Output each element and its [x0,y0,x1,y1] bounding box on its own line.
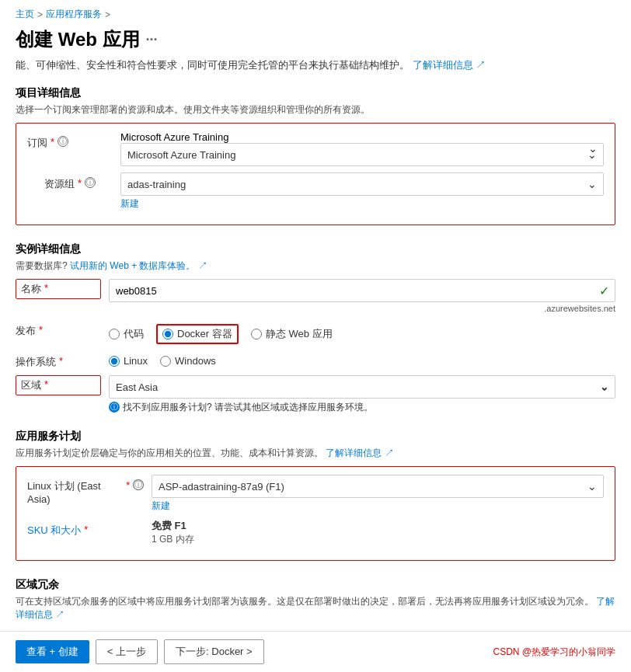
name-input-wrapper: ✓ [109,279,615,302]
instance-details-desc: 需要数据库? 试用新的 Web + 数据库体验。 ↗ [16,259,615,273]
publish-static-label: 静态 Web 应用 [266,327,333,341]
instance-details-section: 实例详细信息 需要数据库? 试用新的 Web + 数据库体验。 ↗ 名称 * ✓… [0,236,631,423]
publish-docker-radio[interactable] [162,329,173,339]
name-suffix: .azurewebsites.net [109,304,615,313]
breadcrumb-sep1: > [37,9,43,20]
publish-control: 代码 Docker 容器 静态 Web 应用 [109,319,615,344]
learn-more-link[interactable]: 了解详细信息 ↗ [413,59,486,71]
plan-learn-more-link[interactable]: 了解详细信息 ↗ [326,447,393,458]
desc-text: 能、可伸缩性、安全性和符合性要求，同时可使用完全托管的平台来执行基础结构维护。 [16,59,410,71]
breadcrumb-sep2: > [105,9,110,20]
region-hint-text: 找不到应用服务计划? 请尝试其他区域或选择应用服务环境。 [123,401,373,414]
region-value: East Asia [116,381,158,393]
subscription-label: 订阅 * ⓘ [27,131,113,150]
bottom-left-buttons: 查看 + 创建 < 上一步 下一步: Docker > [16,639,264,664]
os-linux-option[interactable]: Linux [109,355,148,367]
linux-plan-value: ASP-adastraining-87a9 (F1) [159,481,284,493]
region-label: 区域 * [16,375,101,395]
title-text: 创建 Web 应用 [16,27,140,52]
resource-group-info-icon[interactable]: ⓘ [85,177,96,188]
region-select-display[interactable]: East Asia ⌄ [109,375,615,399]
os-control: Linux Windows [109,350,615,367]
name-label: 名称 * [16,279,101,299]
name-input[interactable] [109,279,615,302]
zone-redundancy-title: 区域冗余 [16,578,615,592]
watermark: CSDN @热爱学习的小翁同学 [493,646,615,659]
os-row: 操作系统 * Linux Windows [16,350,615,369]
subscription-row: 订阅 * ⓘ Microsoft Azure Training Microsof… [27,131,604,166]
subscription-required: * [51,136,54,148]
publish-label: 发布 * [16,319,101,338]
app-service-plan-desc: 应用服务计划定价层确定与你的应用相关的位置、功能、成本和计算资源。 了解详细信息… [16,447,615,460]
os-windows-radio[interactable] [160,356,171,367]
app-service-plan-form: Linux 计划 (East Asia) * ⓘ ASP-adastrainin… [16,466,615,561]
subscription-control: Microsoft Azure Training Microsoft Azure… [120,131,604,166]
region-row: 区域 * East Asia ⌄ ⓘ 找不到应用服务计划? 请尝试其他区域或选择… [16,375,615,414]
resource-group-label: 资源组 * ⓘ [27,172,113,191]
resource-group-value: adas-training [127,179,186,190]
breadcrumb-service[interactable]: 应用程序服务 [46,8,102,21]
breadcrumb-home[interactable]: 主页 [16,8,34,21]
publish-code-label: 代码 [124,327,144,341]
zone-redundancy-desc: 可在支持区域冗余服务的区域中将应用服务计划部署为该服务。这是仅在部署时做出的决定… [16,595,615,622]
project-details-title: 项目详细信息 [16,86,615,100]
page-title: 创建 Web 应用 ··· [0,24,631,58]
linux-plan-control: ASP-adastraining-87a9 (F1) ⌄ 新建 [152,475,604,513]
name-check-icon: ✓ [599,284,609,298]
publish-static-radio[interactable] [251,329,262,339]
os-linux-label: Linux [124,355,148,367]
resource-group-row: 资源组 * ⓘ adas-training ⌄ 新建 [27,172,604,211]
os-windows-option[interactable]: Windows [160,355,216,367]
publish-row: 发布 * 代码 Docker 容器 静态 Web 应用 [16,319,615,344]
linux-plan-select[interactable]: ASP-adastraining-87a9 (F1) ⌄ [152,475,604,498]
publish-code-option[interactable]: 代码 [109,327,144,341]
breadcrumb: 主页 > 应用程序服务 > [0,0,631,24]
sku-control: 免费 F1 1 GB 内存 [152,519,604,546]
publish-static-option[interactable]: 静态 Web 应用 [251,327,333,341]
prev-button[interactable]: < 上一步 [96,639,158,664]
title-menu[interactable]: ··· [146,32,158,48]
page-description: 能、可伸缩性、安全性和符合性要求，同时可使用完全托管的平台来执行基础结构维护。 … [0,58,631,80]
name-control: ✓ .azurewebsites.net [109,279,615,313]
publish-docker-highlight: Docker 容器 [156,324,239,344]
publish-code-radio[interactable] [109,329,120,339]
plan-new-link[interactable]: 新建 [152,500,604,513]
app-service-plan-title: 应用服务计划 [16,430,615,444]
os-linux-radio[interactable] [109,356,120,367]
app-service-plan-section: 应用服务计划 应用服务计划定价层确定与你的应用相关的位置、功能、成本和计算资源。… [0,423,631,572]
region-hint: ⓘ 找不到应用服务计划? 请尝试其他区域或选择应用服务环境。 [109,401,615,414]
subscription-select[interactable]: Microsoft Azure Training [120,131,604,143]
project-details-section: 项目详细信息 选择一个订阅来管理部署的资源和成本。使用文件夹等资源组织和管理你的… [0,80,631,236]
publish-docker-option[interactable]: Docker 容器 [162,327,232,341]
region-select-wrapper: East Asia ⌄ [109,375,615,399]
linux-plan-label: Linux 计划 (East Asia) * ⓘ [27,475,144,505]
publish-radio-group: 代码 Docker 容器 静态 Web 应用 [109,319,615,344]
db-link[interactable]: 试用新的 Web + 数据库体验。 ↗ [70,260,207,271]
resource-group-control: adas-training ⌄ 新建 [120,172,604,211]
resource-group-new-link[interactable]: 新建 [120,197,604,211]
os-radio-group: Linux Windows [109,350,615,367]
subscription-info-icon[interactable]: ⓘ [58,136,68,147]
subscription-value: Microsoft Azure Training [127,149,235,161]
sku-sub: 1 GB 内存 [152,533,604,546]
project-details-form: 订阅 * ⓘ Microsoft Azure Training Microsof… [16,123,615,225]
sku-label: SKU 和大小 * [27,519,144,538]
region-control: East Asia ⌄ ⓘ 找不到应用服务计划? 请尝试其他区域或选择应用服务环… [109,375,615,414]
linux-plan-info-icon[interactable]: ⓘ [133,479,144,490]
linux-plan-row: Linux 计划 (East Asia) * ⓘ ASP-adastrainin… [27,475,604,513]
instance-details-title: 实例详细信息 [16,242,615,256]
project-details-desc: 选择一个订阅来管理部署的资源和成本。使用文件夹等资源组织和管理你的所有资源。 [16,103,615,117]
region-hint-icon: ⓘ [109,402,120,413]
name-row: 名称 * ✓ .azurewebsites.net [16,279,615,313]
sku-value: 免费 F1 [152,519,604,533]
publish-docker-label: Docker 容器 [177,327,232,341]
next-button[interactable]: 下一步: Docker > [164,639,264,664]
bottom-bar: 查看 + 创建 < 上一步 下一步: Docker > CSDN @热爱学习的小… [0,631,631,672]
sku-row: SKU 和大小 * 免费 F1 1 GB 内存 [27,519,604,546]
os-label: 操作系统 * [16,350,101,369]
review-create-button[interactable]: 查看 + 创建 [16,640,89,663]
subscription-select-wrapper: Microsoft Azure Training Microsoft Azure… [120,131,604,166]
os-windows-label: Windows [175,355,216,367]
